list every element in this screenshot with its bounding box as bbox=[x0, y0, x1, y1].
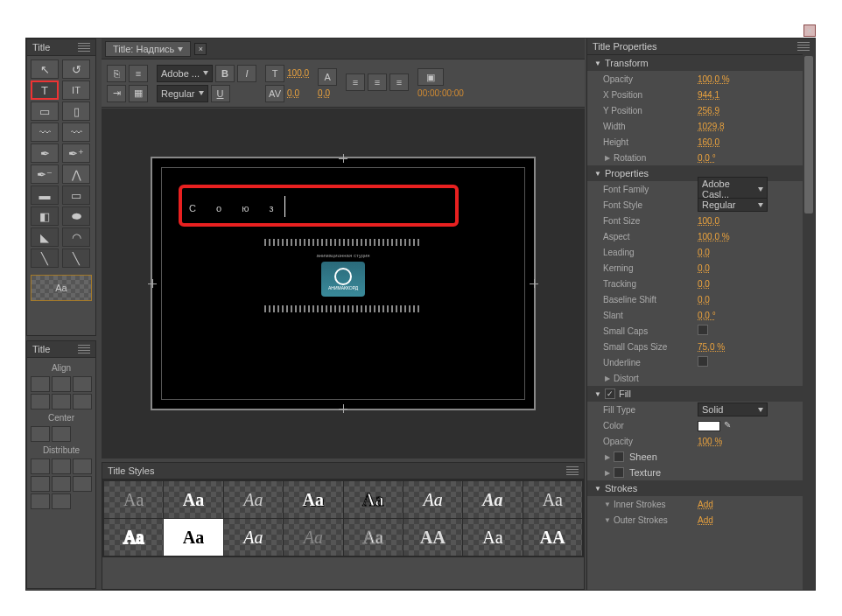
align-panel-tab[interactable]: Title bbox=[27, 341, 95, 358]
color-swatch[interactable] bbox=[698, 421, 720, 431]
xpos-value[interactable]: 944,1 bbox=[698, 90, 815, 100]
kerning-value[interactable]: 0,0 bbox=[287, 88, 299, 98]
ypos-value[interactable]: 256,9 bbox=[698, 106, 815, 116]
underline-button[interactable]: U bbox=[211, 85, 230, 102]
scrollbar[interactable] bbox=[803, 54, 815, 590]
align-left-button[interactable]: ≡ bbox=[346, 74, 365, 91]
style-swatch[interactable]: Aa bbox=[523, 481, 582, 518]
add-anchor-tool[interactable]: ✒⁺ bbox=[62, 144, 90, 163]
styles-panel-tab[interactable]: Title Styles bbox=[102, 463, 584, 480]
align-hcenter[interactable] bbox=[52, 376, 71, 392]
style-swatch[interactable]: Aa bbox=[344, 481, 403, 518]
style-swatch[interactable]: Aa bbox=[104, 519, 163, 556]
twist-right-icon[interactable]: ▶ bbox=[603, 469, 612, 477]
tt-video-bg-icon[interactable]: ▦ bbox=[129, 85, 148, 102]
show-video-button[interactable]: ▣ bbox=[417, 68, 444, 86]
height-value[interactable]: 160,0 bbox=[698, 137, 815, 147]
twist-right-icon[interactable]: ▶ bbox=[603, 453, 612, 461]
vertical-area-type-tool[interactable]: ▯ bbox=[62, 102, 90, 121]
pen-tool[interactable]: ✒ bbox=[31, 144, 59, 163]
baseline-value[interactable]: 0,0 bbox=[698, 295, 815, 304]
twist-right-icon[interactable]: ▶ bbox=[603, 374, 612, 382]
props-panel-tab[interactable]: Title Properties bbox=[587, 38, 815, 55]
transform-section-header[interactable]: ▼Transform bbox=[587, 55, 815, 71]
delete-anchor-tool[interactable]: ✒⁻ bbox=[31, 164, 59, 184]
font-family-select[interactable]: Adobe ... bbox=[157, 65, 213, 82]
align-top[interactable] bbox=[31, 394, 50, 410]
tt-templates-icon[interactable]: ⎘ bbox=[107, 65, 126, 82]
font-size-value[interactable]: 100,0 bbox=[698, 216, 815, 226]
vertical-type-tool[interactable]: IT bbox=[62, 80, 90, 100]
line-tool-alt[interactable]: ╲ bbox=[62, 248, 90, 268]
strokes-section-header[interactable]: ▼Strokes bbox=[587, 480, 815, 496]
vertical-path-type-tool[interactable]: 〰 bbox=[62, 122, 90, 142]
texture-checkbox[interactable] bbox=[614, 467, 624, 478]
inner-strokes-add[interactable]: Add bbox=[698, 500, 815, 509]
filltype-select[interactable]: Solid bbox=[698, 402, 768, 416]
style-swatch[interactable]: AA bbox=[403, 519, 462, 556]
smallcapssize-value[interactable]: 75,0 % bbox=[698, 342, 815, 352]
twist-down-icon[interactable]: ▼ bbox=[603, 516, 612, 524]
selection-tool[interactable]: ↖ bbox=[31, 60, 59, 79]
twist-down-icon[interactable]: ▼ bbox=[603, 500, 612, 508]
document-tab[interactable]: Title: Надпись bbox=[105, 41, 191, 57]
tracking-value[interactable]: 0,0 bbox=[698, 279, 815, 289]
scrollbar-thumb[interactable] bbox=[804, 56, 813, 214]
align-vcenter[interactable] bbox=[52, 394, 71, 410]
kerning-value[interactable]: 0,0 bbox=[698, 263, 815, 273]
align-right[interactable] bbox=[73, 376, 92, 392]
center-v[interactable] bbox=[52, 426, 71, 442]
timecode-display[interactable]: 00:00:00:00 bbox=[417, 88, 464, 98]
leading-value[interactable]: 0,0 bbox=[318, 88, 330, 98]
center-h[interactable] bbox=[31, 426, 50, 442]
style-swatch[interactable]: Aa bbox=[104, 481, 163, 518]
panel-menu-icon[interactable] bbox=[797, 42, 810, 51]
style-swatch[interactable]: Aa bbox=[224, 481, 283, 518]
dist-v-center[interactable] bbox=[52, 476, 71, 492]
panel-menu-icon[interactable] bbox=[566, 466, 579, 475]
underline-checkbox[interactable] bbox=[698, 356, 708, 367]
clipped-rect-tool[interactable]: ◧ bbox=[31, 206, 59, 226]
style-swatch[interactable]: Aa bbox=[164, 519, 222, 556]
tools-panel-tab[interactable]: Title bbox=[27, 39, 95, 56]
style-swatch[interactable]: Aa bbox=[463, 481, 522, 518]
fill-section-header[interactable]: ▼✓Fill bbox=[587, 386, 815, 402]
title-text-box[interactable]: С о ю з bbox=[179, 185, 459, 227]
twist-right-icon[interactable]: ▶ bbox=[603, 154, 612, 162]
style-swatch[interactable]: Aa bbox=[463, 519, 522, 556]
rounded-rect-tool[interactable]: ▭ bbox=[62, 186, 90, 205]
rectangle-tool[interactable]: ▬ bbox=[31, 186, 59, 205]
window-close-button[interactable]: × bbox=[803, 24, 816, 37]
area-type-tool[interactable]: ▭ bbox=[31, 102, 59, 121]
convert-anchor-tool[interactable]: ⋀ bbox=[62, 164, 90, 184]
style-swatch[interactable]: Aa bbox=[224, 519, 283, 556]
align-left[interactable] bbox=[31, 376, 50, 392]
type-tool[interactable]: T bbox=[31, 80, 59, 100]
align-bottom[interactable] bbox=[73, 394, 92, 410]
rotation-value[interactable]: 0,0 ° bbox=[698, 153, 815, 163]
dist-h-even[interactable] bbox=[31, 494, 50, 509]
dist-h-right[interactable] bbox=[73, 458, 92, 474]
aspect-value[interactable]: 100,0 % bbox=[698, 232, 815, 242]
tt-roll-icon[interactable]: ≡ bbox=[129, 65, 148, 82]
dist-h-left[interactable] bbox=[31, 458, 50, 474]
eyedropper-icon[interactable]: ✎ bbox=[724, 420, 731, 430]
tt-tab-icon[interactable]: ⇥ bbox=[107, 85, 126, 102]
opacity-value[interactable]: 100,0 % bbox=[698, 74, 815, 84]
font-size-value[interactable]: 100,0 bbox=[287, 68, 309, 78]
font-style-select[interactable]: Regular bbox=[698, 198, 768, 212]
rotate-tool[interactable]: ↺ bbox=[62, 60, 90, 79]
outer-strokes-add[interactable]: Add bbox=[698, 515, 815, 525]
font-style-select[interactable]: Regular bbox=[157, 85, 208, 102]
style-swatch[interactable]: Aa bbox=[284, 481, 342, 518]
panel-menu-icon[interactable] bbox=[78, 43, 90, 52]
panel-menu-icon[interactable] bbox=[78, 345, 90, 354]
dist-v-top[interactable] bbox=[31, 476, 50, 492]
dist-v-even[interactable] bbox=[52, 494, 71, 509]
slant-value[interactable]: 0,0 ° bbox=[698, 311, 815, 320]
dist-v-bottom[interactable] bbox=[73, 476, 92, 492]
smallcaps-checkbox[interactable] bbox=[698, 325, 708, 335]
italic-button[interactable]: I bbox=[237, 65, 256, 82]
align-center-button[interactable]: ≡ bbox=[368, 74, 387, 91]
path-type-tool[interactable]: 〰 bbox=[31, 122, 59, 142]
